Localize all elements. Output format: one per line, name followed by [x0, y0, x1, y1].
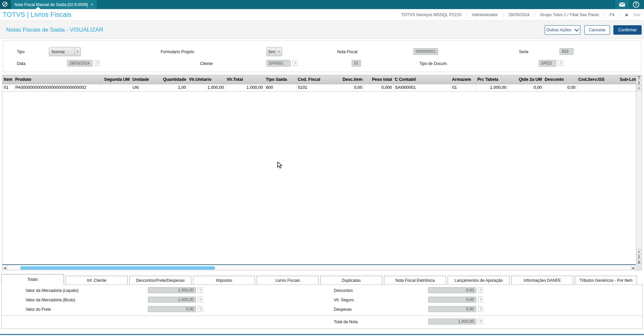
other-actions-button[interactable]: Outras Ações [545, 25, 580, 35]
col-header-desconto: Desconto [543, 75, 577, 84]
mail-icon [619, 2, 625, 7]
window-tab-title: Nota Fiscal Manual de Saída [02.9.0009] [14, 2, 88, 7]
tab-close-icon[interactable]: × [91, 2, 93, 7]
total-da-nota-field[interactable]: 1.000,00 [428, 318, 476, 325]
despesas-field[interactable]: 0,00 [428, 306, 476, 312]
brand-title: TOTVS | Livros Fiscais [3, 11, 71, 19]
formulario-proprio-select[interactable]: Sim ▼ [266, 47, 282, 56]
descontos-help-button[interactable]: ? [478, 287, 483, 293]
cliente-field[interactable]: SP0002 [266, 60, 291, 67]
mail-button[interactable] [615, 0, 630, 9]
scroll-up-icon[interactable]: ▲ [636, 85, 642, 90]
vlr-seguro-field[interactable]: 0,00 [428, 297, 476, 303]
session-date: 28/03/2024 [509, 12, 530, 17]
tipo-docum-field[interactable]: SPED [539, 60, 556, 67]
tab-inf-cliente[interactable]: Inf. Cliente [66, 276, 128, 284]
cell-tipo-saida[interactable]: 600 [264, 84, 296, 91]
totvs-logo[interactable] [0, 0, 10, 9]
col-header-armazem: Armazem [451, 75, 476, 84]
cell-qtde-2a-um[interactable]: 0,00 [508, 84, 543, 91]
cell-desconto[interactable]: 0,00 [543, 84, 577, 91]
cell-vlr-unitario[interactable]: 1.000,00 [188, 84, 225, 91]
tab-descontos-frete-despesas[interactable]: Descontos/Frete/Despesas [129, 276, 191, 284]
f4-shortcut[interactable]: F4 [609, 12, 614, 17]
valor-frete-field[interactable]: 0,00 [148, 306, 196, 312]
cell-desc-item[interactable]: 0,00 [333, 84, 364, 91]
data-field[interactable]: 28/03/2024 [67, 60, 93, 67]
logout-x-icon[interactable]: ✕ [625, 12, 628, 18]
cell-cod-serv-iss[interactable] [577, 84, 618, 91]
scroll-right-icon[interactable]: ▶ [631, 266, 636, 271]
confirm-button[interactable]: Confirmar [613, 25, 642, 35]
loja-field[interactable]: 01 [352, 60, 361, 67]
scroll-down-icon[interactable]: ▼ [636, 249, 642, 254]
scroll-page-down-icon[interactable]: ▼▼ [636, 254, 642, 259]
tab-impostos[interactable]: Impostos [193, 276, 255, 284]
cell-peso-total[interactable]: 0,000 [364, 84, 393, 91]
data-help-button[interactable]: ? [95, 60, 100, 66]
total-da-nota-help-button[interactable]: ? [478, 318, 483, 324]
descontos-field[interactable]: 0,00 [428, 287, 476, 293]
logout-button[interactable]: Sair [633, 12, 641, 17]
mouse-cursor [277, 162, 283, 169]
data-label: Data [17, 61, 25, 66]
valor-mercadoria-bruto-help-button[interactable]: ? [198, 297, 203, 302]
tab-totais[interactable]: Totais [1, 274, 64, 285]
tab-livros-fiscais[interactable]: Livros Fiscais [257, 276, 319, 284]
session-info: TOTVS Serviços MSSQL P2210 | Administrad… [401, 9, 641, 21]
grid-header-row: Item Produto Segunda UM Unidade Quantida… [2, 75, 636, 84]
col-header-tipo-saida: Tipo Saida [264, 75, 296, 84]
descontos-label: Descontos [334, 288, 353, 293]
tab-duplicatas[interactable]: Duplicatas [320, 276, 382, 284]
scroll-bottom-icon[interactable]: ▼ [636, 259, 642, 264]
col-header-vlr-unitario: Vlr.Unitario [188, 75, 225, 84]
table-row[interactable]: 01 PA0000000000000000000000000002 UN 1,0… [2, 84, 636, 91]
cell-armazem[interactable]: 01 [451, 84, 476, 91]
tab-nota-fiscal-eletronica[interactable]: Nota Fiscal Eletrônica [384, 276, 446, 284]
window-tab[interactable]: Nota Fiscal Manual de Saída [02.9.0009] … [11, 0, 97, 9]
active-tab-arrow-icon [36, 7, 40, 9]
cell-quantidade[interactable]: 1,00 [157, 84, 188, 91]
valor-frete-label: Valor do Frete [26, 307, 51, 312]
user-name: Administrador [472, 12, 498, 17]
document-header-form: Tipo Normal ▼ Formulario Proprio Sim ▼ N… [3, 40, 641, 72]
nota-fiscal-field[interactable]: 000000001 [413, 48, 438, 55]
cell-item[interactable]: 01 [2, 84, 14, 91]
tab-lancamentos-apuracao[interactable]: Lançamentos de Apuração [448, 276, 510, 284]
cell-sub-lote[interactable] [618, 84, 636, 91]
help-button[interactable]: ? [633, 1, 639, 8]
valor-mercadoria-liquido-field[interactable]: 1.000,00 [148, 287, 196, 293]
cell-produto[interactable]: PA0000000000000000000000000002 [14, 84, 99, 91]
dropdown-arrow-icon: ▼ [74, 47, 80, 56]
valor-mercadoria-bruto-field[interactable]: 1.000,00 [148, 297, 196, 303]
cell-vlr-total[interactable]: 1.000,00 [225, 84, 264, 91]
scroll-top-icon[interactable]: ▲ [636, 75, 642, 80]
vertical-scrollbar[interactable]: ▲ ▲▲ ▲ ▼ ▼▼ ▼ [636, 75, 642, 264]
tab-tributos-genericos[interactable]: Tributos Genéricos - Por Item [575, 276, 637, 284]
cell-cod-fiscal[interactable]: 5101 [296, 84, 333, 91]
scroll-page-up-icon[interactable]: ▲▲ [636, 80, 642, 85]
scroll-left-icon[interactable]: ◀ [2, 266, 7, 271]
valor-mercadoria-bruto-label: Valor da Mercadoria (Bruto) [26, 298, 75, 302]
vlr-seguro-help-button[interactable]: ? [478, 297, 483, 302]
tipo-docum-help-button[interactable]: ? [558, 60, 563, 66]
col-header-unidade: Unidade [131, 75, 157, 84]
cell-prc-tabela[interactable]: 1.000,00 [476, 84, 508, 91]
valor-frete-help-button[interactable]: ? [198, 306, 203, 312]
cell-c-contabil[interactable]: SAI000001 [393, 84, 451, 91]
valor-mercadoria-liquido-help-button[interactable]: ? [198, 287, 203, 293]
cancel-button[interactable]: Cancelar [584, 25, 610, 35]
horizontal-scroll-thumb[interactable] [20, 266, 215, 270]
despesas-label: Despesas [334, 307, 352, 312]
cliente-help-button[interactable]: ? [292, 60, 297, 66]
tab-informacoes-danfe[interactable]: Informações DANFE [511, 276, 573, 284]
cell-segunda-um[interactable] [99, 84, 131, 91]
despesas-help-button[interactable]: ? [478, 306, 483, 312]
tipo-docum-label: Tipo de Docum. [419, 61, 448, 66]
col-header-produto: Produto [14, 75, 99, 84]
tipo-select[interactable]: Normal ▼ [49, 47, 81, 56]
scrollbar-corner [636, 264, 642, 270]
serie-field[interactable]: 633 [559, 48, 574, 55]
horizontal-scrollbar[interactable]: ◀ ▶ [2, 264, 636, 270]
cell-unidade[interactable]: UN [131, 84, 157, 91]
